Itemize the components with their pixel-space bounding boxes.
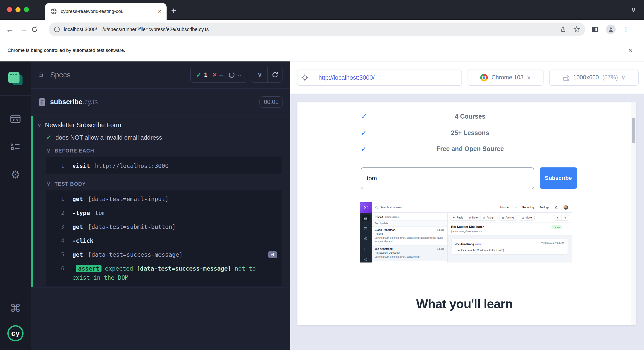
browser-tab[interactable]: cypress-realworld-testing-cou × <box>45 3 167 20</box>
runs-nav-icon[interactable] <box>10 142 21 151</box>
reload-button[interactable] <box>31 26 45 33</box>
bookmark-star-icon[interactable] <box>573 26 580 33</box>
scrollbar-thumb[interactable] <box>632 118 635 143</box>
aut-scrollbar[interactable] <box>631 102 636 325</box>
globe-favicon <box>50 8 57 15</box>
minimize-window-button[interactable] <box>15 7 21 12</box>
banner-close-icon[interactable]: × <box>628 46 632 54</box>
next-message-icon: ∨ <box>561 215 569 220</box>
automation-banner: Chrome is being controlled by automated … <box>0 39 644 61</box>
nav-reporting: Reporting <box>522 206 534 209</box>
test-row[interactable]: ✓ does NOT allow a invalid email address <box>31 129 290 141</box>
command-row[interactable]: 2 -type tom <box>46 206 281 220</box>
stat-passed: ✓ 1 <box>196 71 208 79</box>
chevron-down-icon: ∨ <box>621 75 625 81</box>
forward-button[interactable]: → <box>17 25 31 34</box>
feature-item: ✓ 25+ Lessons <box>361 128 558 137</box>
browser-titlebar: cypress-realworld-testing-cou × + ∨ <box>0 0 644 20</box>
email-message-card: Joe Armstrongwrote Yesterday at 7:24 AM … <box>452 239 568 254</box>
site-info-icon[interactable] <box>54 26 60 33</box>
status-badge: Open <box>551 225 562 229</box>
browser-toolbar: ← → localhost:3000/__/#/specs/runner?fil… <box>0 20 644 39</box>
check-icon: ✓ <box>361 144 372 153</box>
feature-item: ✓ 4 Courses <box>361 112 558 121</box>
spec-name: subscribe <box>50 98 83 106</box>
prev-message-icon: ∧ <box>554 215 561 220</box>
specs-panel-title[interactable]: Specs <box>50 71 71 79</box>
suite-collapse-icon[interactable]: ∨ <box>37 122 41 128</box>
email-app-screenshot: Search all inboxes Inboxes ∨ Reporting S… <box>360 202 572 262</box>
hook-collapse-icon[interactable]: ∨ <box>47 181 50 187</box>
new-tab-button[interactable]: + <box>171 6 176 15</box>
inbox-title: Inbox <box>375 215 383 218</box>
command-row[interactable]: 5 get [data-test=success-message] 0 <box>46 248 281 261</box>
cypress-logo[interactable]: cy <box>7 325 24 341</box>
window-controls <box>7 7 29 12</box>
suite-title: Newsletter Subscribe Form <box>45 121 121 129</box>
tab-search-chevron-icon[interactable]: ∨ <box>631 6 636 14</box>
rerun-tests-button[interactable] <box>267 67 283 82</box>
aut-viewport-area: ✓ 4 Courses ✓ 25+ Lessons ✓ Free and Ope… <box>290 94 644 350</box>
feature-item: ✓ Free and Open Source <box>361 144 558 153</box>
thread-email: joearmstrong@example.com <box>451 230 484 233</box>
reporter-panel: Specs ✓ 1 × -- -- <box>31 61 290 350</box>
spec-ext: .cy.ts <box>83 98 98 106</box>
message-detail: Reply Note Assign <box>448 213 572 262</box>
test-stats: ✓ 1 × -- -- <box>190 67 247 83</box>
settings-gear-icon[interactable]: ⚙ <box>11 169 20 180</box>
aut-url-bar[interactable]: http://localhost:3000/ <box>297 70 462 86</box>
command-row[interactable]: 3 get [data-test=submit-button] <box>46 220 281 234</box>
test-title: does NOT allow a invalid email address <box>55 134 162 141</box>
suite-row[interactable]: ∨ Newsletter Subscribe Form <box>31 116 290 129</box>
close-window-button[interactable] <box>7 7 12 12</box>
hook-collapse-icon[interactable]: ∨ <box>47 148 50 154</box>
viewport-select[interactable]: 1000x660 (67%) ∨ <box>549 70 639 86</box>
sort-by-date: Sort by date <box>372 221 447 227</box>
chrome-logo-icon <box>480 74 488 81</box>
profile-avatar[interactable] <box>606 25 616 34</box>
spec-file-icon <box>38 98 46 106</box>
side-panel-icon[interactable] <box>591 26 599 33</box>
selector-playground-icon[interactable] <box>297 74 312 81</box>
command-row[interactable]: 1 get [data-test=email-input] <box>46 192 281 206</box>
specs-explorer-logo[interactable] <box>8 72 23 85</box>
email-input[interactable] <box>361 167 534 189</box>
nav-inboxes: Inboxes <box>500 206 510 209</box>
test-results: ∨ Newsletter Subscribe Form ✓ does NOT a… <box>31 116 290 350</box>
assert-dash: - <box>72 265 76 272</box>
passed-test-indicator-bar <box>31 116 33 287</box>
tab-close-icon[interactable]: × <box>158 8 162 14</box>
thread-menu-icon: ⋮ <box>565 225 568 228</box>
subscribe-button[interactable]: Subscribe <box>540 167 577 189</box>
assert-expected: expected <box>105 265 133 272</box>
assert-command-row[interactable]: 6 -assert expected [data-test=success-me… <box>46 261 281 285</box>
command-row[interactable]: 1 visit http://localhost:3000 <box>46 159 281 173</box>
spec-file-row[interactable]: subscribe.cy.ts 00:01 <box>31 89 290 116</box>
reporter-actions: ∨ <box>252 67 283 83</box>
browser-menu-icon[interactable]: ⋮ <box>623 26 630 33</box>
keyboard-shortcuts-icon[interactable]: ⌘ <box>10 302 21 315</box>
specs-nav-icon[interactable] <box>10 114 21 124</box>
maximize-window-button[interactable] <box>24 7 29 12</box>
test-body-hook-row[interactable]: ∨ TEST BODY <box>31 174 290 190</box>
collapse-tests-button[interactable]: ∨ <box>252 67 267 82</box>
aut-url-text[interactable]: http://localhost:3000/ <box>318 74 374 81</box>
test-passed-icon: ✓ <box>46 134 51 141</box>
command-row[interactable]: 4 -click <box>46 234 281 248</box>
reply-button: Reply <box>450 215 466 220</box>
chevron-down-icon: ∨ <box>527 75 531 81</box>
flag-icon <box>362 246 370 252</box>
element-count-badge: 0 <box>268 251 277 258</box>
archive-icon <box>362 226 370 232</box>
aut-header: http://localhost:3000/ Chrome 103 ∨ 1000… <box>290 61 644 94</box>
url-text[interactable]: localhost:3000/__/#/specs/runner?file=cy… <box>64 27 209 32</box>
ruler-icon <box>562 74 570 81</box>
check-icon: ✓ <box>361 128 372 137</box>
message-list: Inbox 12 messages Sort by date Gloria Ro… <box>372 213 448 262</box>
share-icon[interactable] <box>560 26 567 33</box>
before-each-hook-row[interactable]: ∨ BEFORE EACH <box>31 141 290 157</box>
address-bar[interactable]: localhost:3000/__/#/specs/runner?file=cy… <box>49 23 585 36</box>
browser-select[interactable]: Chrome 103 ∨ <box>468 70 544 86</box>
message-list-item: Gloria Robertson 1d ago Refund Lorem ips… <box>372 227 447 246</box>
back-button[interactable]: ← <box>3 25 17 34</box>
